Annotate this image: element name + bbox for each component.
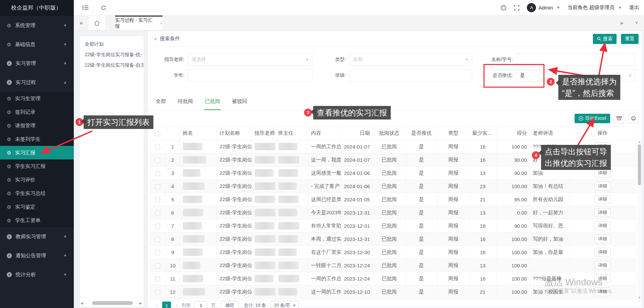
row-checkbox[interactable] xyxy=(155,145,160,150)
user-menu[interactable]: A Admin ▼ xyxy=(527,3,560,12)
tutor-select[interactable]: 请选择 ▼ xyxy=(188,53,313,66)
review-status-cell: 已批阅 xyxy=(373,233,406,246)
scroll-right-icon[interactable]: ▶ xyxy=(139,302,143,305)
role-switcher[interactable]: 当前角色 超级管理员 ▼ xyxy=(567,4,622,11)
student-name-cell xyxy=(180,193,217,206)
row-checkbox[interactable] xyxy=(155,184,160,189)
row-select-cell xyxy=(150,140,166,153)
sidebar-item-实习鉴定[interactable]: ⚙实习鉴定 xyxy=(0,200,74,214)
detail-button[interactable]: 详细 xyxy=(595,182,611,191)
page-number-input[interactable] xyxy=(195,301,207,308)
circle-list-icon: ≡ xyxy=(7,253,12,258)
column-settings-icon[interactable] xyxy=(614,114,624,123)
collapse-tabs-icon[interactable]: « xyxy=(74,16,89,30)
select-all-checkbox[interactable] xyxy=(155,131,160,136)
row-checkbox[interactable] xyxy=(155,277,160,282)
scrollbar-thumb[interactable] xyxy=(92,301,133,305)
fullscreen-icon[interactable] xyxy=(514,5,519,10)
sidebar-item-实习汇报[interactable]: ⚙实习汇报 xyxy=(0,146,74,159)
status-tab-待批阅[interactable]: 待批阅 xyxy=(178,98,193,110)
detail-button[interactable]: 详细 xyxy=(595,248,611,257)
prev-page-icon[interactable]: ‹ xyxy=(153,303,160,308)
reset-button[interactable]: 重置 xyxy=(621,34,639,44)
sidebar-group-实习管理[interactable]: ≡实习管理▼ xyxy=(0,54,74,73)
sidebar-item-学生工资单[interactable]: ⚙学生工资单 xyxy=(0,214,74,227)
plans-horizontal-scrollbar[interactable]: ◀ ▶ xyxy=(81,301,143,305)
detail-button[interactable]: 详细 xyxy=(595,221,611,230)
logout-button[interactable]: 退出 xyxy=(629,4,639,11)
sidebar-group-教师实习管理[interactable]: ≡教师实习管理▼ xyxy=(0,227,74,246)
redacted-text xyxy=(278,209,297,216)
redacted-text xyxy=(183,169,200,177)
sidebar-item-学生实习总结[interactable]: ⚙学生实习总结 xyxy=(0,186,74,200)
detail-button[interactable]: 详细 xyxy=(595,287,611,296)
row-checkbox[interactable] xyxy=(155,197,160,202)
detail-button[interactable]: 详细 xyxy=(595,235,611,243)
page-tab-active[interactable]: 实习过程 - 实习汇报 × xyxy=(115,16,163,30)
detail-button[interactable]: 详细 xyxy=(595,155,611,164)
status-tab-全部[interactable]: 全部 xyxy=(156,98,166,110)
next-page-icon[interactable]: › xyxy=(173,303,180,308)
row-checkbox[interactable] xyxy=(155,171,160,176)
detail-button[interactable]: 详细 xyxy=(595,261,611,270)
home-tab-icon[interactable] xyxy=(89,16,106,30)
scrollbar-thumb[interactable] xyxy=(638,145,641,185)
expand-tabs-icon[interactable]: » xyxy=(614,16,629,30)
plan-name-cell: 22级-学生岗位实习报备 xyxy=(217,206,252,219)
date-cell: 2024-01-06 xyxy=(341,167,373,180)
scroll-down-icon[interactable]: ▼ xyxy=(637,296,642,299)
type-select[interactable]: 全部 ▼ xyxy=(349,53,472,66)
scroll-left-icon[interactable]: ◀ xyxy=(81,302,84,305)
circle-list-icon: ≡ xyxy=(7,61,12,66)
row-checkbox[interactable] xyxy=(155,224,160,229)
confirm-page-button[interactable]: 确定 xyxy=(221,301,239,308)
chevron-down-icon: ▼ xyxy=(63,272,67,277)
sidebar-item-请假管理[interactable]: ⚙请假管理 xyxy=(0,119,74,132)
score-cell: 0.00 xyxy=(496,206,530,219)
sidebar-group-通知公告管理[interactable]: ≡通知公告管理▼ xyxy=(0,246,74,265)
theme-palette-icon[interactable] xyxy=(500,5,507,11)
row-select-cell xyxy=(150,206,166,219)
year-input[interactable] xyxy=(188,69,313,82)
status-tab-被驳回[interactable]: 被驳回 xyxy=(232,98,247,110)
close-tab-icon[interactable]: × xyxy=(160,21,163,26)
detail-button[interactable]: 详细 xyxy=(595,142,611,151)
search-button[interactable]: 搜索 xyxy=(593,34,617,44)
page-size-select[interactable]: 20 条/页 ˅ xyxy=(271,301,299,308)
row-checkbox[interactable] xyxy=(155,290,160,295)
plan-list-item[interactable]: 22级-学生岗位实习报备-自主 xyxy=(80,60,144,70)
sidebar-item-签到记录[interactable]: ⚙签到记录 xyxy=(0,105,74,119)
sidebar-item-学生实习汇报[interactable]: ⚙学生实习汇报 xyxy=(0,159,74,173)
plan-list-item[interactable]: 22级-学生岗位实习报备-统- xyxy=(80,49,144,60)
row-checkbox[interactable] xyxy=(155,263,160,268)
sidebar-item-未签到学生[interactable]: ⚙未签到学生 xyxy=(0,132,74,146)
table-vertical-scrollbar[interactable]: ▲ ▼ xyxy=(637,140,642,300)
search-section-title[interactable]: ∨ 搜索条件 xyxy=(154,36,180,42)
menu-fold-icon[interactable] xyxy=(83,5,89,10)
row-checkbox[interactable] xyxy=(155,250,160,255)
detail-button[interactable]: 详细 xyxy=(595,169,611,177)
plan-list-item[interactable]: 全部计划 xyxy=(80,36,144,49)
detail-button[interactable]: 详细 xyxy=(595,274,611,283)
sidebar-group-基础信息[interactable]: ⚙基础信息▼ xyxy=(0,35,74,54)
row-checkbox[interactable] xyxy=(155,158,160,163)
tab-options-icon[interactable]: ˅ xyxy=(629,16,644,30)
class-input[interactable] xyxy=(349,69,472,82)
promoted-select[interactable]: 是 ▼ xyxy=(516,69,636,82)
detail-button[interactable]: 详细 xyxy=(595,195,611,204)
detail-button[interactable]: 详细 xyxy=(595,208,611,217)
export-excel-button[interactable]: 导出Excel xyxy=(575,114,610,123)
sidebar-group-系统管理[interactable]: ⚙系统管理▼ xyxy=(0,16,74,35)
sidebar-group-统计分析[interactable]: ≡统计分析▼ xyxy=(0,265,74,284)
row-checkbox[interactable] xyxy=(155,211,160,216)
status-tab-已批阅[interactable]: 已批阅 xyxy=(205,98,220,110)
row-checkbox[interactable] xyxy=(155,237,160,242)
sidebar-item-实习生管理[interactable]: ⚙实习生管理 xyxy=(0,92,74,105)
name-no-input[interactable] xyxy=(516,53,636,66)
sidebar-group-实习过程[interactable]: ≡实习过程▲ xyxy=(0,73,74,92)
print-icon[interactable] xyxy=(628,114,639,123)
refresh-icon[interactable] xyxy=(101,5,106,10)
sidebar-item-实习评价[interactable]: ⚙实习评价 xyxy=(0,173,74,186)
scroll-up-icon[interactable]: ▲ xyxy=(637,140,642,144)
current-page-button[interactable]: 1 xyxy=(162,302,171,308)
